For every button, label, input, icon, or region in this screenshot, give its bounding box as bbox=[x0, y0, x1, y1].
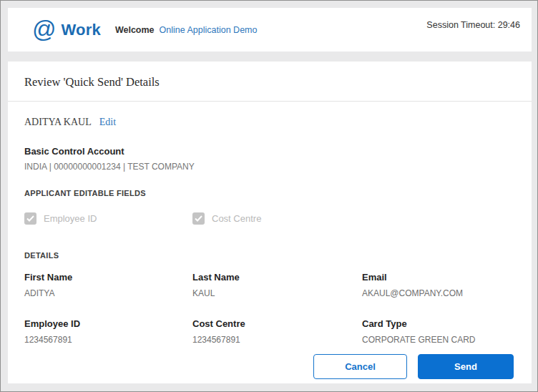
welcome-area: Welcome Online Application Demo bbox=[115, 25, 258, 35]
session-timeout: Session Timeout: 29:46 bbox=[426, 20, 520, 30]
field-value: ADITYA bbox=[24, 288, 192, 298]
online-application-demo-link[interactable]: Online Application Demo bbox=[160, 25, 258, 35]
field-value: CORPORATE GREEN CARD bbox=[362, 335, 514, 345]
editable-fields-row: Employee ID Cost Centre bbox=[24, 212, 514, 225]
applicant-editable-fields-heading: APPLICANT EDITABLE FIELDS bbox=[24, 189, 514, 197]
app-window: @ Work Welcome Online Application Demo S… bbox=[0, 0, 538, 392]
basic-control-account-label: Basic Control Account bbox=[24, 146, 514, 157]
field-label: Employee ID bbox=[24, 318, 192, 329]
checkbox-checked-icon[interactable] bbox=[192, 212, 205, 225]
checkbox-label: Employee ID bbox=[44, 213, 97, 224]
send-button[interactable]: Send bbox=[418, 354, 514, 379]
field-value: 1234567891 bbox=[192, 335, 362, 345]
field-first-name: First Name ADITYA bbox=[24, 272, 192, 298]
field-value: 1234567891 bbox=[24, 335, 192, 345]
field-label: Last Name bbox=[192, 272, 362, 283]
details-heading: DETAILS bbox=[24, 251, 514, 260]
field-label: Cost Centre bbox=[192, 318, 362, 329]
review-content: ADITYA KAUL Edit Basic Control Account I… bbox=[8, 117, 532, 345]
field-last-name: Last Name KAUL bbox=[192, 272, 362, 298]
field-value: AKAUL@COMPANY.COM bbox=[362, 288, 514, 298]
header-bar: @ Work Welcome Online Application Demo S… bbox=[8, 8, 532, 52]
footer-actions: Cancel Send bbox=[313, 354, 514, 379]
applicant-name: ADITYA KAUL bbox=[24, 117, 92, 128]
editable-field-employee-id: Employee ID bbox=[24, 212, 192, 225]
field-value: KAUL bbox=[192, 288, 362, 298]
field-label: First Name bbox=[24, 272, 192, 283]
page-title-row: Review 'Quick Send' Details bbox=[8, 62, 532, 102]
details-grid: First Name ADITYA Last Name KAUL Email A… bbox=[24, 272, 514, 345]
checkbox-checked-icon[interactable] bbox=[24, 212, 36, 225]
at-symbol-icon: @ bbox=[32, 17, 57, 41]
basic-control-account-value: INDIA | 00000000001234 | TEST COMPANY bbox=[24, 162, 514, 172]
atwork-logo: @ Work bbox=[32, 18, 101, 41]
field-card-type: Card Type CORPORATE GREEN CARD bbox=[362, 318, 514, 345]
cancel-button[interactable]: Cancel bbox=[313, 354, 407, 379]
logo-text: Work bbox=[62, 21, 101, 39]
checkbox-label: Cost Centre bbox=[212, 213, 261, 224]
edit-link[interactable]: Edit bbox=[99, 117, 116, 128]
field-label: Card Type bbox=[362, 318, 514, 329]
field-cost-centre: Cost Centre 1234567891 bbox=[192, 318, 362, 345]
field-employee-id: Employee ID 1234567891 bbox=[24, 318, 192, 345]
welcome-label: Welcome bbox=[115, 25, 155, 35]
field-email: Email AKAUL@COMPANY.COM bbox=[362, 272, 514, 298]
applicant-name-row: ADITYA KAUL Edit bbox=[24, 117, 514, 128]
field-label: Email bbox=[362, 272, 514, 283]
page-title: Review 'Quick Send' Details bbox=[24, 75, 515, 89]
review-card: Review 'Quick Send' Details ADITYA KAUL … bbox=[8, 62, 532, 383]
editable-field-cost-centre: Cost Centre bbox=[192, 212, 514, 225]
